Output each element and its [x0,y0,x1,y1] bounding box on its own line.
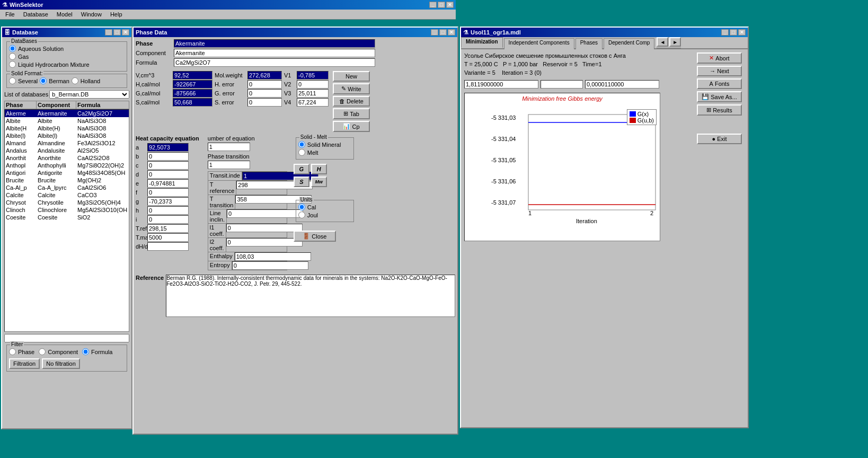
v-cm3-input[interactable] [173,71,212,80]
dh-dv-input[interactable] [147,242,189,251]
mol-weight-input[interactable] [247,71,282,80]
melt-radio[interactable] [298,149,305,156]
min-maximize-btn[interactable]: □ [730,29,737,36]
berman-radio[interactable] [40,77,47,84]
list-item[interactable]: Andalus Andalusite Al2SiO5 [5,147,129,154]
phase-minimize-btn[interactable]: _ [431,29,438,36]
tab-independent-components[interactable]: Independent Components [504,38,574,49]
formula-input[interactable] [174,58,375,67]
f-input[interactable] [147,188,189,197]
phase-list[interactable]: Akerme Akermanite Ca2MgSi2O7 Albite Albi… [4,109,129,332]
line-inclin-input[interactable] [227,209,303,218]
tab-scroll-right[interactable]: ► [669,37,681,47]
gas-radio[interactable] [9,53,16,60]
list-item[interactable]: Anthopl Anthophylli Mg7Si8O22(OH)2 [5,162,129,169]
h-error-input[interactable] [247,80,282,89]
i-input[interactable] [147,215,189,224]
menu-database[interactable]: Database [19,10,52,19]
h-button[interactable]: H [311,164,327,174]
aqueous-solution-radio[interactable] [9,45,16,52]
several-radio[interactable] [9,77,16,84]
fonts-button[interactable]: A Fonts [697,78,742,89]
g-input[interactable] [147,197,189,206]
tab-button[interactable]: ⊞ Tab [333,108,370,119]
phase-filter-radio[interactable] [9,348,16,355]
tab-scroll-left[interactable]: ◄ [657,37,668,47]
save-as-button[interactable]: 💾 Save As... [697,91,742,102]
g-error-input[interactable] [247,89,282,98]
list-item[interactable]: Ca-Al_p Ca-A_lpyrc CaAl2SiO6 [5,184,129,191]
tab-dependent-comp[interactable]: Dependent Comp [604,38,654,49]
value3-input[interactable] [585,80,659,89]
d-input[interactable] [147,170,189,179]
filtration-button[interactable]: Filtration [9,358,40,369]
db-minimize-btn[interactable]: _ [105,29,112,36]
t-ref-input[interactable] [147,224,189,233]
h-input[interactable] [147,206,189,215]
l2-coeff-input[interactable] [226,238,303,246]
num-equation-input[interactable] [208,143,250,151]
b-input[interactable] [147,152,189,161]
delete-button[interactable]: 🗑 Delete [333,96,370,107]
menu-window[interactable]: Window [77,10,106,19]
list-item[interactable]: Calcite Calcite CaCO3 [5,191,129,199]
value2-input-empty[interactable] [541,80,583,89]
maximize-button[interactable]: □ [438,2,445,8]
list-item[interactable]: Anorthit Anorthite CaAl2Si2O8 [5,154,129,162]
exit-button[interactable]: ● Exit [697,134,742,144]
e-input[interactable] [147,179,189,188]
min-minimize-btn[interactable]: _ [721,29,729,36]
list-item[interactable]: Clinoch Clinochlore Mg5Al2Si3O10(OH [5,206,129,214]
liquid-hc-radio[interactable] [9,61,16,68]
abort-button[interactable]: ✕ Abort [697,52,742,64]
v2-input[interactable] [297,80,329,89]
phase-input[interactable] [174,39,375,48]
tab-phases[interactable]: Phases [575,38,603,49]
v1-input[interactable] [297,71,329,80]
h-cal-input[interactable] [173,80,212,89]
holland-radio[interactable] [72,77,78,84]
g-cal-input[interactable] [173,89,212,98]
solid-mineral-radio[interactable] [298,141,305,148]
list-item[interactable]: Chrysot Chrysotile Mg3Si2O5(OH)4 [5,199,129,206]
v4-input[interactable] [297,98,329,107]
value1-input[interactable] [464,80,538,89]
cp-button[interactable]: 📊 Cp [333,121,370,132]
joul-radio[interactable] [298,212,305,218]
phase-maximize-btn[interactable]: □ [439,29,447,36]
close-button[interactable]: ✕ [446,2,454,8]
component-filter-radio[interactable] [39,348,46,355]
db-close-btn[interactable]: ✕ [122,29,129,36]
list-item[interactable]: Brucite Brucite Mg(OH)2 [5,177,129,184]
list-item[interactable]: Antigori Antigorite Mg48Si34O85(OH [5,169,129,177]
new-button[interactable]: New [333,71,370,82]
min-close-btn[interactable]: ✕ [738,29,746,36]
formula-filter-radio[interactable] [82,348,89,355]
list-item[interactable]: Coesite Coesite SiO2 [5,214,129,221]
s-button[interactable]: S [294,177,309,187]
minimize-button[interactable]: _ [429,2,437,8]
c-input[interactable] [147,161,189,170]
mw-button[interactable]: Mw [311,177,327,187]
a-input[interactable] [147,143,189,152]
close-button[interactable]: 🚪 Close [294,231,336,242]
list-item[interactable]: Albite(H Albite(H) NaAlSi3O8 [5,125,129,132]
results-button[interactable]: ⊞ Results [697,104,742,116]
list-item[interactable]: Albite(l) Albite(l) NaAlSi3O8 [5,132,129,139]
list-item[interactable]: Albite Albite NaAlSi3O8 [5,117,129,125]
database-select[interactable]: b_Berman.DB b_Holland.DB [49,90,129,99]
s-error-input[interactable] [247,98,282,107]
s-cal-input[interactable] [173,98,212,107]
no-filtration-button[interactable]: No filtration [42,358,80,369]
component-input[interactable] [174,49,375,57]
tab-minimization[interactable]: Minimization [461,37,503,48]
reference-textarea[interactable]: Berman R.G. (1988). Internally-consisten… [166,275,455,317]
list-item[interactable]: Akerme Akermanite Ca2MgSi2O7 [5,110,129,117]
v3-input[interactable] [297,89,329,98]
menu-file[interactable]: File [1,10,19,19]
write-button[interactable]: ✎ Write [333,83,370,94]
phase-transition-input[interactable] [208,161,250,169]
g-button[interactable]: G [294,164,309,174]
menu-help[interactable]: Help [106,10,127,19]
list-item[interactable]: Almand Almandine Fe3Al2Si3O12 [5,139,129,147]
